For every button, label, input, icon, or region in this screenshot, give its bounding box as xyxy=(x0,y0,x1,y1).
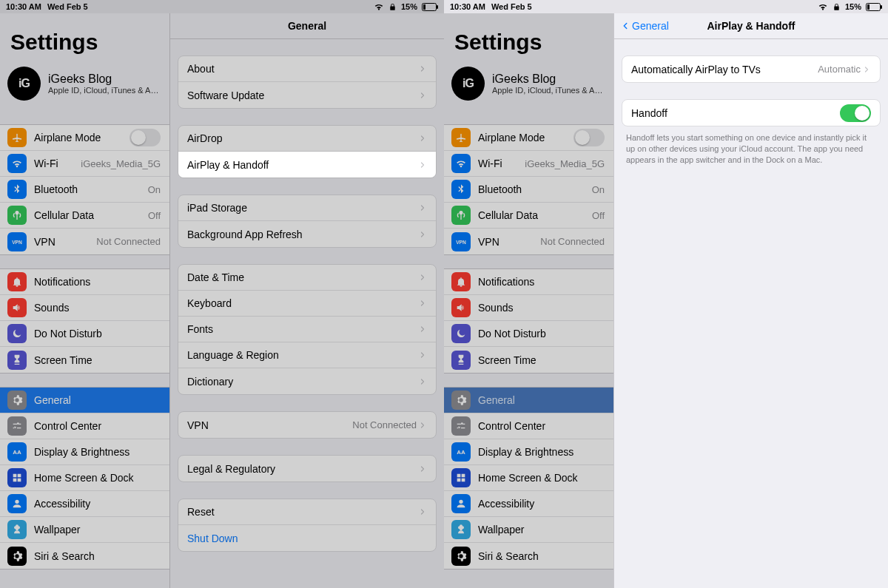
row-fonts[interactable]: Fonts xyxy=(178,317,436,342)
sidebar-item-label: Accessibility xyxy=(34,498,161,510)
account-sub: Apple ID, iCloud, iTunes & App St... xyxy=(48,86,159,95)
row-date-time[interactable]: Date & Time xyxy=(178,265,436,291)
status-bar: 10:30 AM Wed Feb 5 15% xyxy=(0,0,444,13)
sidebar-item-vpn[interactable]: VPNNot Connected xyxy=(0,229,169,254)
sidebar-item-general[interactable]: General xyxy=(0,388,169,413)
row-bg-refresh[interactable]: Background App Refresh xyxy=(178,221,436,247)
sidebar-item-sounds[interactable]: Sounds xyxy=(444,295,613,321)
row-about[interactable]: About xyxy=(178,56,436,82)
sidebar-item-home-screen-dock[interactable]: Home Screen & Dock xyxy=(444,465,613,491)
handoff-note: Handoff lets you start something on one … xyxy=(614,126,888,166)
sidebar-item-display-brightness[interactable]: Display & Brightness xyxy=(444,439,613,465)
row-auto-airplay[interactable]: Automatically AirPlay to TVs Automatic xyxy=(622,56,880,82)
sidebar-item-vpn[interactable]: VPNNot Connected xyxy=(444,229,613,254)
chevron-icon xyxy=(418,160,427,169)
sidebar-item-control-center[interactable]: Control Center xyxy=(0,413,169,439)
sidebar-item-wallpaper[interactable]: Wallpaper xyxy=(0,517,169,543)
row-keyboard[interactable]: Keyboard xyxy=(178,291,436,317)
detail-pane-general: General About Software Update AirDrop Ai… xyxy=(170,13,444,588)
sidebar-item-cellular-data[interactable]: Cellular DataOff xyxy=(444,203,613,229)
bell-icon xyxy=(7,272,27,291)
detail-header: General AirPlay & Handoff xyxy=(614,13,888,39)
gear-icon xyxy=(451,391,471,410)
handoff-toggle[interactable] xyxy=(840,104,871,122)
account-name: iGeeks Blog xyxy=(492,72,603,86)
sidebar-item-bluetooth[interactable]: BluetoothOn xyxy=(0,177,169,203)
sidebar-item-airplane-mode[interactable]: Airplane Mode xyxy=(0,125,169,151)
sidebar-item-siri-search[interactable]: Siri & Search xyxy=(444,543,613,569)
row-vpn[interactable]: VPNNot Connected xyxy=(178,412,436,438)
account-sub: Apple ID, iCloud, iTunes & App St... xyxy=(492,86,603,95)
sidebar-group-connectivity: Airplane ModeWi-FiiGeeks_Media_5GBluetoo… xyxy=(0,124,169,255)
sidebar-item-label: Wallpaper xyxy=(478,524,605,535)
sidebar-item-general[interactable]: General xyxy=(444,388,613,413)
sidebar-item-do-not-disturb[interactable]: Do Not Disturb xyxy=(444,321,613,347)
row-language-region[interactable]: Language & Region xyxy=(178,342,436,368)
sidebar-item-label: Sounds xyxy=(478,302,605,314)
sidebar-group-general: GeneralControl CenterDisplay & Brightnes… xyxy=(0,387,169,570)
sidebar-item-airplane-mode[interactable]: Airplane Mode xyxy=(444,125,613,151)
sidebar-item-wi-fi[interactable]: Wi-FiiGeeks_Media_5G xyxy=(0,151,169,177)
chevron-icon xyxy=(418,325,427,334)
row-software-update[interactable]: Software Update xyxy=(178,82,436,108)
chevron-icon xyxy=(418,377,427,386)
apple-id-row[interactable]: iG iGeeks Blog Apple ID, iCloud, iTunes … xyxy=(444,62,613,111)
sidebar-item-notifications[interactable]: Notifications xyxy=(444,269,613,295)
apple-id-row[interactable]: iG iGeeks Blog Apple ID, iCloud, iTunes … xyxy=(0,62,169,111)
row-dictionary[interactable]: Dictionary xyxy=(178,368,436,394)
row-shutdown[interactable]: Shut Down xyxy=(178,525,436,551)
group-reset: Reset Shut Down xyxy=(178,499,437,552)
sidebar-item-label: Bluetooth xyxy=(34,183,144,195)
sidebar-item-home-screen-dock[interactable]: Home Screen & Dock xyxy=(0,465,169,491)
svg-rect-6 xyxy=(881,5,882,9)
airplane-toggle[interactable] xyxy=(574,129,605,146)
settings-sidebar: Settings iG iGeeks Blog Apple ID, iCloud… xyxy=(0,13,170,588)
chevron-icon xyxy=(418,507,427,516)
sliders-icon xyxy=(451,416,471,436)
sidebar-item-do-not-disturb[interactable]: Do Not Disturb xyxy=(0,321,169,347)
sidebar-item-label: Bluetooth xyxy=(478,183,588,195)
row-airplay-handoff[interactable]: AirPlay & Handoff xyxy=(178,152,436,178)
sidebar-item-label: Home Screen & Dock xyxy=(34,472,161,484)
sidebar-item-display-brightness[interactable]: Display & Brightness xyxy=(0,439,169,465)
avatar: iG xyxy=(451,67,485,101)
row-handoff[interactable]: Handoff xyxy=(622,100,880,126)
aa-icon xyxy=(7,442,27,462)
sidebar-item-label: Notifications xyxy=(478,276,605,288)
sidebar-item-control-center[interactable]: Control Center xyxy=(444,413,613,439)
sidebar-item-sounds[interactable]: Sounds xyxy=(0,295,169,321)
row-ipad-storage[interactable]: iPad Storage xyxy=(178,195,436,221)
sidebar-item-screen-time[interactable]: Screen Time xyxy=(0,347,169,373)
sidebar-item-label: VPN xyxy=(478,236,536,248)
sidebar-item-wallpaper[interactable]: Wallpaper xyxy=(444,517,613,543)
moon-icon xyxy=(7,324,27,343)
sidebar-item-accessibility[interactable]: Accessibility xyxy=(444,491,613,517)
gear-icon xyxy=(7,391,27,410)
sidebar-item-label: General xyxy=(34,394,161,406)
sidebar-item-bluetooth[interactable]: BluetoothOn xyxy=(444,177,613,203)
sliders-icon xyxy=(7,416,27,436)
group-storage: iPad Storage Background App Refresh xyxy=(178,195,437,248)
svg-rect-7 xyxy=(867,4,870,10)
sidebar-item-accessibility[interactable]: Accessibility xyxy=(0,491,169,517)
svg-rect-4 xyxy=(423,4,426,10)
sidebar-item-siri-search[interactable]: Siri & Search xyxy=(0,543,169,569)
row-reset[interactable]: Reset xyxy=(178,499,436,525)
bluetooth-icon xyxy=(451,180,471,199)
row-legal[interactable]: Legal & Regulatory xyxy=(178,456,436,481)
account-name: iGeeks Blog xyxy=(48,72,159,86)
row-airdrop[interactable]: AirDrop xyxy=(178,126,436,152)
detail-header: General xyxy=(170,13,444,39)
group-legal: Legal & Regulatory xyxy=(178,455,437,482)
avatar: iG xyxy=(7,67,41,101)
sidebar-item-label: Control Center xyxy=(478,420,605,432)
wifi-icon xyxy=(374,1,384,12)
back-button[interactable]: General xyxy=(620,20,669,32)
airplane-toggle[interactable] xyxy=(130,129,161,146)
sidebar-item-notifications[interactable]: Notifications xyxy=(0,269,169,295)
sidebar-group-notify: NotificationsSoundsDo Not DisturbScreen … xyxy=(0,268,169,374)
sidebar-item-wi-fi[interactable]: Wi-FiiGeeks_Media_5G xyxy=(444,151,613,177)
sidebar-item-cellular-data[interactable]: Cellular DataOff xyxy=(0,203,169,229)
sidebar-item-label: VPN xyxy=(34,236,92,248)
sidebar-item-screen-time[interactable]: Screen Time xyxy=(444,347,613,373)
